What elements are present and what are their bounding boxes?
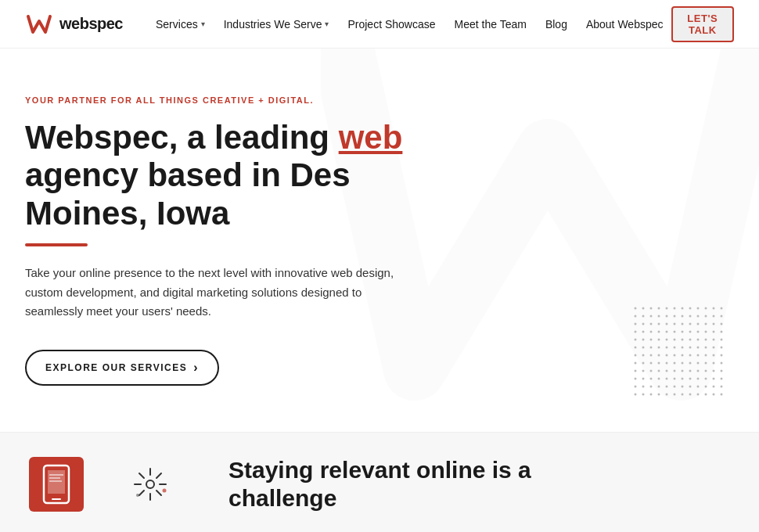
hero-heading-after: agency based in Des Moines, Iowa (25, 156, 351, 231)
svg-line-15 (156, 491, 161, 495)
svg-line-17 (139, 491, 144, 495)
nav-label-blog: Blog (545, 18, 567, 31)
hero-content: YOUR PARTNER FOR ALL THINGS CREATIVE + D… (25, 95, 463, 386)
sparkle-icon-item (119, 457, 182, 512)
hero-eyebrow: YOUR PARTNER FOR ALL THINGS CREATIVE + D… (25, 95, 463, 105)
svg-line-14 (139, 473, 144, 478)
svg-rect-4 (48, 470, 65, 494)
navigation: webspec Services ▾ Industries We Serve ▾… (0, 0, 759, 49)
chevron-down-icon: ▾ (325, 20, 329, 28)
nav-item-meet-the-team[interactable]: Meet the Team (447, 13, 534, 35)
nav-item-services[interactable]: Services ▾ (148, 13, 213, 35)
nav-label-industries: Industries We Serve (224, 18, 322, 31)
explore-services-label: EXPLORE OUR SERVICES (45, 362, 187, 373)
explore-services-button[interactable]: EXPLORE OUR SERVICES › (25, 350, 219, 386)
nav-item-project-showcase[interactable]: Project Showcase (340, 13, 443, 35)
svg-line-16 (156, 473, 161, 478)
arrow-right-icon: › (193, 361, 199, 375)
nav-label-services: Services (156, 18, 198, 31)
nav-label-about: About Webspec (586, 18, 664, 31)
staying-heading: Staying relevant online is a challenge (228, 456, 734, 512)
logo-icon (25, 10, 53, 38)
svg-rect-2 (634, 307, 728, 401)
hero-heading-highlight: web (339, 119, 403, 156)
phone-icon (41, 464, 72, 505)
sparkle-icon (127, 461, 174, 508)
logo-text: webspec (59, 15, 123, 33)
chevron-down-icon: ▾ (201, 20, 205, 28)
nav-label-meet-the-team: Meet the Team (455, 18, 527, 31)
hero-heading: Webspec, a leading web agency based in D… (25, 119, 463, 232)
nav-links: Services ▾ Industries We Serve ▾ Project… (148, 13, 671, 35)
svg-point-19 (136, 494, 139, 497)
hero-heading-before: Webspec, a leading (25, 119, 339, 156)
lets-talk-button[interactable]: LET'S TALK (671, 6, 734, 42)
nav-item-industries[interactable]: Industries We Serve ▾ (216, 13, 337, 35)
nav-item-about[interactable]: About Webspec (578, 13, 671, 35)
nav-label-project-showcase: Project Showcase (347, 18, 435, 31)
hero-dot-pattern (634, 307, 728, 401)
nav-item-blog[interactable]: Blog (538, 13, 575, 35)
hero-underline (25, 243, 88, 246)
phone-icon-box (29, 457, 84, 512)
phone-icon-item (25, 457, 88, 512)
hero-body: Take your online presence to the next le… (25, 264, 416, 322)
bottom-section: Staying relevant online is a challenge (0, 432, 759, 532)
svg-rect-5 (52, 498, 61, 500)
staying-relevant-text: Staying relevant online is a challenge (228, 456, 734, 512)
svg-point-18 (163, 489, 167, 493)
logo[interactable]: webspec (25, 10, 123, 38)
svg-point-9 (146, 480, 154, 488)
hero-section: YOUR PARTNER FOR ALL THINGS CREATIVE + D… (0, 49, 759, 432)
bottom-icons (25, 457, 182, 512)
